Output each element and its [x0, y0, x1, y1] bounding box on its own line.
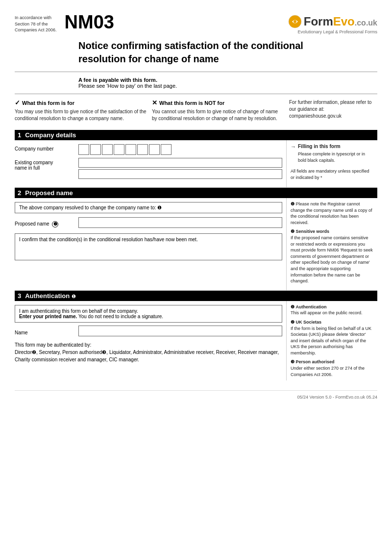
logo-form: Form [304, 15, 333, 28]
name-input-area [78, 326, 282, 338]
name-row: Name [15, 326, 282, 338]
section2-number: 2 [18, 189, 21, 197]
s3-uk-title: UK Societas [296, 320, 322, 325]
cn-box-1[interactable] [78, 144, 89, 155]
s3-auth-num: ❶ [291, 304, 294, 309]
sidebar-filling-text2: All fields are mandatory unless specifie… [291, 168, 373, 180]
fee-normal-text: Please see 'How to pay' on the last page… [78, 83, 177, 89]
existing-name-input-1[interactable] [78, 158, 282, 168]
logo: FormEvo.co.uk Evolutionary Legal & Profe… [288, 15, 377, 34]
fee-notice: A fee is payable with this form. Please … [78, 77, 377, 89]
section3-block: 3 Authentication ❶ I am authenticating t… [15, 291, 377, 381]
existing-name-input-2[interactable] [78, 169, 282, 179]
auth-authenticators: This form may be authenticated by: Direc… [15, 341, 282, 363]
cn-box-3[interactable] [102, 144, 113, 155]
section1-block: 1 Company details Company number [15, 130, 377, 188]
sidebar-filling-title: Filling in this form [298, 143, 373, 150]
section1-content: Company number Existing company name [15, 140, 377, 188]
form-for-title: ✓ What this form is for [15, 99, 147, 106]
auth-by-title: This form may be authenticated by: [15, 341, 282, 349]
auth-bold-text: Enter your printed name. [19, 314, 77, 319]
section-divider [15, 94, 377, 94]
form-not-for-title: ✕ What this form is NOT for [152, 99, 284, 106]
not-for-title-text: What this form is NOT for [159, 100, 224, 106]
confirm-text: I confirm that the condition(s) in the c… [19, 237, 198, 242]
company-number-label: Company number [15, 144, 78, 151]
s2-note2-num: ❷ [291, 229, 294, 234]
proposed-name-row: Proposed name ❷ [15, 217, 282, 229]
s3-auth-text: This will appear on the public record. [291, 310, 363, 315]
name-label: Name [15, 328, 78, 335]
existing-name-row: Existing company name in full [15, 158, 282, 180]
s3-person-title: Person authorised [296, 359, 335, 364]
form-number: NM03 [65, 13, 114, 31]
section2-sidebar: ❶ Please note the Registrar cannot chang… [287, 198, 377, 290]
svg-point-1 [294, 20, 296, 23]
cn-box-4[interactable] [114, 144, 124, 155]
auth-by-text: Director❷, Secretary, Person authorised❸… [15, 349, 282, 363]
resolve-text: The above company resolved to change the… [19, 205, 162, 210]
sidebar-arrow: → [291, 143, 296, 151]
footer-text: 05/24 Version 5.0 - FormEvo.co.uk 05.24 [297, 395, 377, 400]
name-input[interactable] [78, 326, 282, 336]
section1-main: Company number Existing company name [15, 140, 287, 187]
sidebar-filling-text1: Please complete in typescript or in bold… [298, 151, 373, 163]
auth-text: I am authenticating this form on behalf … [19, 308, 138, 314]
proposed-name-input-area [78, 217, 282, 229]
existing-name-inputs [78, 158, 282, 180]
section1-title: Company details [25, 131, 76, 139]
auth-instruction-box: I am authenticating this form on behalf … [15, 305, 282, 323]
s3-auth-title: Authentication [296, 304, 327, 309]
company-number-boxes [78, 144, 282, 155]
check-icon: ✓ [15, 99, 20, 106]
cn-box-8[interactable] [161, 144, 172, 155]
x-icon: ✕ [152, 99, 157, 106]
section3-main: I am authenticating this form on behalf … [15, 301, 287, 381]
cn-box-7[interactable] [149, 144, 160, 155]
logo-evo: Evo [333, 15, 355, 28]
page-title: Notice confirming satisfaction of the co… [78, 39, 377, 66]
header-left: In accordance with Section 78 of the Com… [15, 15, 114, 33]
section2-content: The above company resolved to change the… [15, 198, 377, 291]
s3-uk-num: ❷ [291, 320, 294, 325]
section2-header: 2 Proposed name [15, 188, 377, 198]
title-divider [15, 72, 377, 72]
s3-uk-text: If the form is being filed on behalf of … [291, 326, 371, 355]
resolve-box: The above company resolved to change the… [15, 202, 282, 213]
section3-header: 3 Authentication ❶ [15, 291, 377, 301]
section1-sidebar: → Filling in this form Please complete i… [287, 140, 377, 187]
form-not-for-col: ✕ What this form is NOT for You cannot u… [152, 99, 289, 122]
section1-header: 1 Company details [15, 130, 377, 140]
fee-bold-text: A fee is payable with this form. [78, 77, 157, 83]
cn-box-6[interactable] [137, 144, 148, 155]
proposed-name-label: Proposed name ❷ [15, 219, 78, 227]
logo-text: FormEvo.co.uk [304, 15, 377, 28]
s2-note2-title: Sensitive words [296, 229, 330, 234]
cn-box-2[interactable] [90, 144, 101, 155]
for-title-text: What this form is for [22, 100, 74, 106]
page-footer: 05/24 Version 5.0 - FormEvo.co.uk 05.24 [15, 390, 377, 400]
form-info-row: ✓ What this form is for You may use this… [15, 99, 377, 122]
section1-number: 1 [18, 131, 21, 139]
further-url: companieshouse.gov.uk [289, 113, 342, 119]
section3-number: 3 [18, 292, 21, 300]
section2-block: 2 Proposed name The above company resolv… [15, 188, 377, 291]
cn-box-5[interactable] [125, 144, 136, 155]
form-for-col: ✓ What this form is for You may use this… [15, 99, 152, 122]
legislation-text: In accordance with Section 78 of the Com… [15, 15, 57, 33]
further-info-col: For further information, please refer to… [289, 99, 377, 122]
auth-suffix-text: You do not need to include a signature. [78, 314, 163, 319]
section3-sidebar: ❶ Authentication This will appear on the… [287, 301, 377, 381]
proposed-name-info-icon: ❷ [52, 221, 58, 227]
section2-title: Proposed name [25, 189, 73, 197]
section2-main: The above company resolved to change the… [15, 198, 287, 290]
further-title: For further information, please refer to… [289, 100, 371, 112]
section3-title: Authentication ❶ [25, 292, 76, 300]
s3-person-text: Under either section 270 or 274 of the C… [291, 366, 365, 377]
logo-icon [288, 15, 302, 28]
proposed-name-input[interactable] [78, 217, 282, 228]
logo-tagline: Evolutionary Legal & Professional Forms [297, 29, 377, 34]
form-not-for-text: You cannot use this form to give notice … [152, 108, 284, 122]
logo-main: FormEvo.co.uk [288, 15, 377, 28]
company-number-row: Company number [15, 144, 282, 155]
